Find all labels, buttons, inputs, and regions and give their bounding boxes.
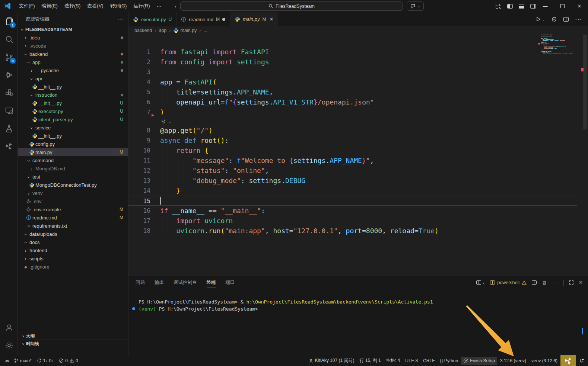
tree-item-main.py[interactable]: main.pyM [18,148,128,156]
menu-more[interactable]: ··· [153,2,165,10]
code-line-10[interactable]: 10 return { [128,145,577,155]
status-venv-version[interactable]: venv (3.12.6) [529,357,560,365]
activity-run-debug-icon[interactable] [0,66,18,84]
editor-scrollbar[interactable] [583,35,587,129]
status-blame[interactable]: KiriAky 107 (1 周前) [306,357,356,365]
tree-item-.env[interactable]: .env [18,197,128,205]
tree-item-.idea[interactable]: ›.idea [18,33,128,42]
code-line-5[interactable]: 5 title=settings.APP_NAME, [128,87,577,97]
code-line-14[interactable]: 14 } [128,186,577,196]
tree-item-__pycache__[interactable]: ›__pycache__ [18,66,128,74]
code-line-18[interactable]: 18 uvicorn.run("main:app", host="127.0.0… [128,226,577,236]
activity-pinwheel-icon[interactable] [0,137,18,155]
editor-tab-main.py[interactable]: main.pyM✕ [230,12,278,26]
activity-search-icon[interactable] [0,30,18,48]
panel-tab-终端[interactable]: 终端 [207,278,216,287]
tree-item-__init__.py[interactable]: __init__.py [18,83,128,91]
breadcrumb-...[interactable]: ... [203,28,207,33]
activity-source-control-icon[interactable]: 9 [0,48,18,66]
tree-item-instruction[interactable]: ›instruction [18,91,128,99]
breadcrumb-app[interactable]: app [159,28,166,33]
tree-item-test[interactable]: ›test [18,173,128,181]
menu-编辑(E)[interactable]: 编辑(E) [38,1,61,11]
status-extension-highlight[interactable] [560,355,576,366]
tree-item-__init__.py[interactable]: __init__.py [18,132,128,140]
activity-testing-icon[interactable] [0,119,18,137]
code-line-1[interactable]: 1from fastapi import FastAPI [128,47,577,57]
panel-tab-调试控制台[interactable]: 调试控制台 [174,278,197,287]
terminal-output[interactable]: PS H:\OwnProject\FilesReadSysteam> & h:\… [139,298,433,312]
menu-运行(R)[interactable]: 运行(R) [130,1,153,11]
status-notifications[interactable] [577,357,587,365]
code-line-13[interactable]: 13 "debug_mode": settings.DEBUG [128,176,577,186]
outline-section-header[interactable]: ›大纲 [18,332,128,340]
code-line-7[interactable]: 7) [128,107,577,117]
command-center-search[interactable]: FilesReadSysteam [180,1,403,11]
minimap[interactable] [541,35,578,55]
tree-item-scripts[interactable]: ›scripts [18,254,128,263]
timeline-section-header[interactable]: ›时间线 [18,340,128,347]
menu-转到(G)[interactable]: 转到(G) [107,1,130,11]
code-editor[interactable]: 1from fastapi import FastAPI2from config… [128,47,577,276]
activity-extensions-icon[interactable] [0,84,18,102]
tree-item-service[interactable]: ›service [18,123,128,132]
close-tab-icon[interactable]: ✕ [269,16,273,22]
toggle-primary-sidebar-button[interactable] [507,4,513,9]
code-line-11[interactable]: 11 "message": f"Welcome to {settings.APP… [128,155,577,166]
close-panel-icon[interactable]: ✕ [579,280,583,285]
code-line-3[interactable]: 3 [128,67,577,77]
code-line-4[interactable]: 4app = FastAPI( [128,77,577,87]
code-line-2[interactable]: 2from config import settings [128,57,577,67]
panel-more-actions[interactable]: ··· [552,280,558,285]
kill-terminal-icon[interactable] [542,280,547,285]
menu-选择(S)[interactable]: 选择(S) [61,1,84,11]
tree-item-config.py[interactable]: config.py [18,140,128,148]
toggle-secondary-sidebar-button[interactable] [530,4,536,9]
status-problems[interactable]: 00 [57,357,80,365]
status-git-sync[interactable]: 1↓ 0↑ [35,357,56,365]
copilot-menu[interactable]: ⌄ [407,1,424,11]
editor-tab-readme.md[interactable]: readme.mdM [177,12,230,26]
window-maximize-button[interactable] [554,0,571,12]
panel-tab-问题[interactable]: 问题 [136,278,145,287]
tree-item-executor.py[interactable]: executor.pyU [18,107,128,115]
window-close-button[interactable]: ✕ [571,0,588,12]
editor-more-actions[interactable]: ··· [575,16,582,23]
breadcrumb-backend[interactable]: backend [134,28,152,33]
toggle-panel-button[interactable] [519,4,524,9]
tree-item-requirements.txt[interactable]: ≡requirements.txt [18,222,128,230]
tree-item-venv[interactable]: ›venv [18,189,128,197]
run-python-button[interactable]: ⌄ [535,16,545,22]
maximize-panel-icon[interactable] [569,280,574,285]
menu-查看(V)[interactable]: 查看(V) [84,1,107,11]
status-encoding[interactable]: UTF-8 [403,357,420,365]
activity-settings-gear-icon[interactable] [0,336,18,354]
dirty-dot-icon[interactable] [222,18,225,21]
code-line-8[interactable]: 8@app.get("/") [128,125,577,135]
code-line-12[interactable]: 12 "status": "online", [128,166,577,176]
terminal-instance-powershell[interactable]: powershell [490,280,527,285]
code-line-17[interactable]: 17 import uvicorn [128,216,577,226]
menu-文件(F)[interactable]: 文件(F) [16,1,38,11]
split-editor-icon[interactable] [563,17,569,22]
code-line-9[interactable]: 9async def root(): [128,135,577,145]
tree-root-folder[interactable]: › FILESREADSYSTEAM [18,25,128,33]
status-eol[interactable]: CRLF [421,357,437,365]
launch-profile-button[interactable]: ⌄ [476,280,485,285]
tree-item-frontend[interactable]: ›frontend [18,246,128,254]
customize-layout-button[interactable] [496,4,501,9]
status-cursor-position[interactable]: 行 15, 列 1 [357,357,383,365]
activity-account-icon[interactable] [0,318,18,336]
explorer-more-actions[interactable]: ··· [118,16,124,22]
tree-item-__init__.py[interactable]: __init__.pyU [18,99,128,107]
split-terminal-icon[interactable] [532,280,537,285]
code-line-6[interactable]: 6 openapi_url=f"{settings.API_V1_STR}/op… [128,97,577,107]
tree-item-MongoDBConnectionTest.py[interactable]: MongoDBConnectionTest.py [18,181,128,189]
editor-tab-executor.py[interactable]: executor.pyU [128,12,177,26]
tree-item-app[interactable]: ›app [18,58,128,66]
tree-item-docs[interactable]: ›docs [18,238,128,246]
status-remote-indicator[interactable]: >< [3,357,11,365]
status-git-branch[interactable]: main* [12,357,34,365]
tree-item-command[interactable]: ›command [18,156,128,164]
tree-item-.gitignore[interactable]: ◆.gitignore [18,263,128,271]
